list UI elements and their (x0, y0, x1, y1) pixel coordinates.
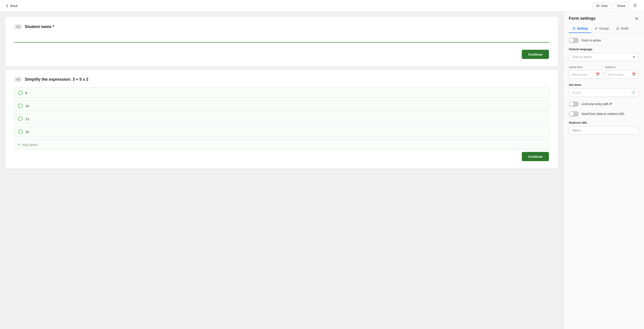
question-number-2: #2 (14, 77, 22, 82)
svg-point-1 (597, 5, 598, 6)
eye-icon (596, 4, 600, 8)
svg-point-2 (634, 5, 636, 6)
top-nav: Back View Share (0, 0, 644, 12)
panel-body: Form is active Default language Click to… (564, 33, 644, 329)
tab-notify-label: Notify (621, 27, 629, 30)
send-redirect-toggle[interactable] (569, 111, 579, 117)
active-to-label: Active to (605, 66, 639, 69)
send-redirect-knob (569, 112, 574, 116)
question-header-2: #2 Simplify the expression: 3 + 5 x 2 (14, 77, 549, 82)
send-redirect-label: Send form data to redirect URL (582, 112, 625, 116)
limit-ip-toggle[interactable] (569, 101, 579, 107)
limit-ip-row: Limit one entry with IP (569, 101, 638, 107)
send-redirect-row: Send form data to redirect URL (569, 111, 638, 117)
tab-notify[interactable]: Notify (612, 24, 632, 33)
radio-option-2[interactable]: 13 (14, 113, 549, 124)
close-panel-button[interactable]: ✕ (635, 16, 638, 21)
active-to-group: Active to dd/mm/yyyy 📅 (605, 66, 639, 79)
design-tab-icon (595, 27, 598, 30)
default-language-placeholder: Click to select (572, 55, 592, 59)
svg-point-3 (574, 28, 575, 29)
setting-tab-icon (572, 27, 576, 30)
radio-circle-2 (18, 117, 23, 121)
form-preview: #1 Student name * Continue #2 Simplify t… (0, 12, 563, 329)
radio-option-3[interactable]: 16 (14, 126, 549, 137)
active-from-group: Active from dd/mm/yyyy 📅 (569, 66, 602, 79)
panel-header: Form settings ✕ (564, 12, 644, 21)
limit-ip-label: Limit one entry with IP (582, 102, 612, 106)
main-layout: #1 Student name * Continue #2 Simplify t… (0, 12, 644, 329)
tab-design[interactable]: Design (591, 24, 612, 33)
tab-setting-label: Setting (577, 27, 588, 30)
text-answer-input-1[interactable] (14, 35, 549, 42)
timer-input[interactable]: hh:mm 🕐 (569, 88, 638, 97)
add-option-label: Add option (22, 143, 38, 147)
set-timer-section: Set timer hh:mm 🕐 (569, 83, 638, 97)
calendar-to-icon: 📅 (632, 73, 636, 76)
question-header-1: #1 Student name * (14, 24, 549, 29)
notify-tab-icon (616, 27, 619, 30)
limit-ip-knob (569, 102, 574, 106)
radio-option-1[interactable]: 10 (14, 100, 549, 111)
continue-button-1[interactable]: Continue (522, 50, 549, 59)
form-active-label: Form is active (582, 38, 601, 42)
continue-button-2[interactable]: Continue (522, 152, 549, 161)
right-panel: Form settings ✕ Setting Design (563, 12, 644, 329)
question-card-2: #2 Simplify the expression: 3 + 5 x 2 6 … (6, 70, 558, 168)
redirect-url-label: Redirect URL (569, 121, 638, 124)
view-button[interactable]: View (593, 2, 611, 9)
chevron-down-icon: ▼ (632, 55, 635, 58)
radio-circle-3 (18, 130, 23, 134)
redirect-url-section: Redirect URL (569, 121, 638, 134)
default-language-section: Default language Click to select ▼ (569, 47, 638, 61)
active-to-placeholder: dd/mm/yyyy (608, 73, 624, 76)
form-active-knob (569, 38, 574, 42)
nav-right-actions: View Share (593, 2, 638, 10)
radio-option-0[interactable]: 6 (14, 87, 549, 98)
default-language-label: Default language (569, 47, 638, 51)
question-title-2: Simplify the expression: 3 + 5 x 2 (25, 77, 88, 82)
date-row: Active from dd/mm/yyyy 📅 Active to dd/mm… (569, 66, 638, 79)
plus-icon: + (18, 143, 20, 147)
back-button[interactable]: Back (6, 4, 18, 8)
question-title-1: Student name * (25, 24, 54, 29)
view-label: View (601, 4, 608, 8)
form-active-toggle[interactable] (569, 38, 579, 43)
share-label: Share (617, 4, 626, 8)
back-label: Back (10, 4, 18, 8)
set-timer-label: Set timer (569, 83, 638, 86)
panel-tabs: Setting Design Notify (564, 24, 644, 33)
tab-setting[interactable]: Setting (569, 24, 591, 33)
gear-icon (633, 3, 637, 8)
radio-label-3: 16 (25, 130, 29, 134)
clock-icon: 🕐 (632, 91, 635, 94)
timer-placeholder: hh:mm (572, 91, 581, 94)
tab-design-label: Design (599, 27, 609, 30)
arrow-left-icon (6, 4, 9, 8)
calendar-from-icon: 📅 (596, 73, 600, 76)
active-dates-section: Active from dd/mm/yyyy 📅 Active to dd/mm… (569, 66, 638, 79)
settings-button[interactable] (632, 2, 638, 10)
active-to-input[interactable]: dd/mm/yyyy 📅 (605, 70, 639, 79)
active-from-placeholder: dd/mm/yyyy (572, 73, 587, 76)
active-from-input[interactable]: dd/mm/yyyy 📅 (569, 70, 602, 79)
default-language-select[interactable]: Click to select ▼ (569, 53, 638, 61)
redirect-url-input[interactable] (569, 126, 638, 134)
panel-title: Form settings (569, 16, 596, 21)
radio-label-0: 6 (25, 91, 27, 95)
share-button[interactable]: Share (614, 2, 629, 9)
radio-label-2: 13 (25, 117, 29, 121)
radio-circle-0 (18, 90, 23, 95)
question-card-1: #1 Student name * Continue (6, 17, 558, 66)
radio-circle-1 (18, 103, 23, 108)
add-option-button[interactable]: + Add option (14, 139, 549, 150)
question-number-1: #1 (14, 24, 22, 29)
radio-label-1: 10 (25, 104, 29, 108)
form-active-row: Form is active (569, 38, 638, 43)
active-from-label: Active from (569, 66, 602, 69)
